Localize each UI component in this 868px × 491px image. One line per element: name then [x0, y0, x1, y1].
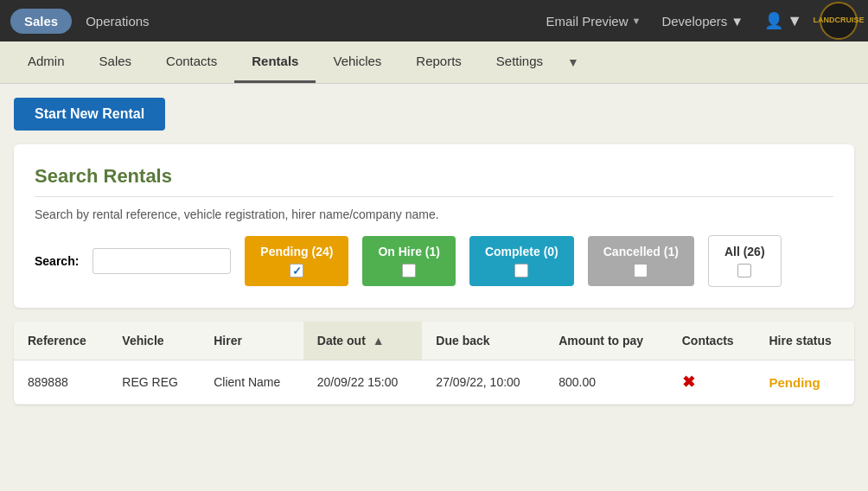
- tab-settings[interactable]: Settings: [479, 41, 560, 83]
- col-hirer: Hirer: [200, 322, 303, 360]
- cell-reference: 889888: [14, 360, 108, 405]
- top-nav: Sales Operations Email Preview ▼ Develop…: [0, 0, 868, 41]
- filter-onhire-label: On Hire (1): [378, 245, 440, 258]
- secondary-nav: Admin Sales Contacts Rentals Vehicles Re…: [0, 41, 868, 84]
- nav-sales[interactable]: Sales: [10, 9, 72, 34]
- filter-complete-label: Complete (0): [485, 245, 558, 258]
- email-preview-chevron-icon: ▼: [632, 16, 641, 26]
- brand-logo: LAND CRUISE: [820, 2, 858, 40]
- filter-all-label: All (26): [724, 245, 765, 258]
- search-label: Search:: [35, 254, 79, 268]
- col-vehicle: Vehicle: [108, 322, 200, 360]
- sort-asc-icon: ▲: [373, 334, 385, 348]
- tab-admin[interactable]: Admin: [10, 41, 82, 83]
- tab-rentals[interactable]: Rentals: [234, 41, 316, 83]
- nav-email-preview[interactable]: Email Preview ▼: [536, 14, 652, 29]
- col-reference: Reference: [14, 322, 108, 360]
- tab-vehicles[interactable]: Vehicles: [316, 41, 399, 83]
- filter-pending[interactable]: Pending (24): [245, 236, 348, 286]
- col-date-out[interactable]: Date out ▲: [303, 322, 423, 360]
- filter-cancelled-label: Cancelled (1): [603, 245, 679, 258]
- nav-developers[interactable]: Developers ▼: [651, 14, 754, 29]
- col-due-back: Due back: [422, 322, 545, 360]
- filter-cancelled[interactable]: Cancelled (1): [588, 236, 694, 286]
- filter-complete-checkbox[interactable]: [514, 264, 528, 277]
- cell-hire-status: Pending: [756, 360, 855, 405]
- filter-complete[interactable]: Complete (0): [469, 236, 574, 286]
- search-row: Search: Pending (24) On Hire (1) Complet…: [35, 235, 833, 287]
- search-rentals-card: Search Rentals Search by rental referenc…: [14, 144, 854, 308]
- filter-onhire[interactable]: On Hire (1): [362, 236, 456, 286]
- cell-contacts[interactable]: ✖: [668, 360, 756, 405]
- filter-all[interactable]: All (26): [708, 235, 782, 287]
- filter-onhire-checkbox[interactable]: [402, 264, 416, 277]
- nav-user[interactable]: 👤 ▼: [754, 11, 813, 30]
- filter-cancelled-checkbox[interactable]: [634, 264, 648, 277]
- search-description: Search by rental reference, vehicle regi…: [35, 207, 833, 221]
- tab-contacts[interactable]: Contacts: [149, 41, 234, 83]
- cell-date-out: 20/09/22 15:00: [303, 360, 423, 405]
- cell-vehicle: REG REG: [108, 360, 200, 405]
- col-contacts: Contacts: [668, 322, 756, 360]
- contact-x-icon: ✖: [682, 373, 695, 391]
- search-input[interactable]: [93, 248, 231, 274]
- cell-hirer: Client Name: [200, 360, 303, 405]
- developers-chevron-icon: ▼: [731, 14, 744, 29]
- cell-amount-to-pay: 800.00: [545, 360, 668, 405]
- start-new-rental-button[interactable]: Start New Rental: [14, 98, 165, 131]
- tab-sales[interactable]: Sales: [82, 41, 150, 83]
- rentals-table: Reference Vehicle Hirer Date out ▲ Due b…: [14, 322, 854, 405]
- filter-pending-checkbox[interactable]: [290, 264, 303, 277]
- status-badge: Pending: [769, 375, 820, 390]
- table-row: 889888 REG REG Client Name 20/09/22 15:0…: [14, 360, 854, 405]
- col-amount-to-pay: Amount to pay: [545, 322, 668, 360]
- results-table-card: Reference Vehicle Hirer Date out ▲ Due b…: [14, 322, 854, 405]
- filter-all-checkbox[interactable]: [737, 264, 751, 277]
- cell-due-back: 27/09/22, 10:00: [422, 360, 545, 405]
- nav-operations[interactable]: Operations: [72, 14, 163, 29]
- more-nav-icon[interactable]: ▼: [560, 43, 586, 81]
- search-card-title: Search Rentals: [35, 165, 833, 197]
- main-content: Start New Rental Search Rentals Search b…: [0, 84, 868, 418]
- user-chevron-icon: ▼: [787, 12, 802, 30]
- table-header-row: Reference Vehicle Hirer Date out ▲ Due b…: [14, 322, 854, 360]
- user-icon: 👤: [764, 11, 783, 30]
- filter-pending-label: Pending (24): [260, 245, 333, 258]
- tab-reports[interactable]: Reports: [399, 41, 479, 83]
- col-hire-status: Hire status: [756, 322, 855, 360]
